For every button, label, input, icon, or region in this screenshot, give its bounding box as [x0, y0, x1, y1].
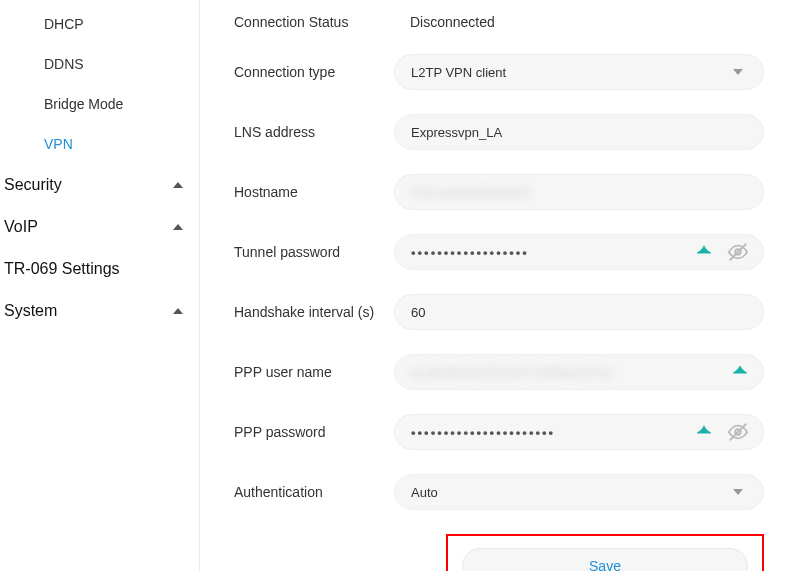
- select-connection-type[interactable]: L2TP VPN client: [394, 54, 764, 90]
- shield-icon: [731, 363, 749, 381]
- chevron-up-icon: [173, 224, 183, 230]
- shield-icon: [695, 423, 713, 441]
- chevron-up-icon: [173, 182, 183, 188]
- sidebar-group-label: TR-069 Settings: [4, 260, 120, 278]
- sidebar-item-bridge-mode[interactable]: Bridge Mode: [0, 84, 199, 124]
- sidebar-group-label: System: [4, 302, 57, 320]
- sidebar-item-ddns[interactable]: DDNS: [0, 44, 199, 84]
- label-connection-type: Connection type: [234, 64, 394, 80]
- chevron-down-icon: [733, 489, 743, 495]
- label-lns-address: LNS address: [234, 124, 394, 140]
- main-form: Connection Status Disconnected Connectio…: [200, 0, 800, 571]
- select-authentication[interactable]: Auto: [394, 474, 764, 510]
- input-value: 60: [411, 305, 425, 320]
- sidebar-item-label: VPN: [44, 136, 73, 152]
- label-authentication: Authentication: [234, 484, 394, 500]
- sidebar-item-label: Bridge Mode: [44, 96, 123, 112]
- input-value: ••••••••••••••••••: [411, 245, 529, 260]
- sidebar: DHCP DDNS Bridge Mode VPN Security VoIP …: [0, 0, 200, 571]
- sidebar-group-tr069[interactable]: TR-069 Settings: [0, 248, 199, 290]
- row-hostname: Hostname XxConnectNetwork: [234, 174, 764, 210]
- row-lns-address: LNS address Expressvpn_LA: [234, 114, 764, 150]
- input-value: ••••••••••••••••••••••: [411, 425, 555, 440]
- row-connection-status: Connection Status Disconnected: [234, 14, 764, 30]
- sidebar-group-label: VoIP: [4, 218, 38, 236]
- sidebar-item-label: DDNS: [44, 56, 84, 72]
- input-value: Expressvpn_LA: [411, 125, 502, 140]
- input-value: aLQH4kn0d7DinnP7s8RqmSTcx: [411, 365, 612, 380]
- sidebar-group-voip[interactable]: VoIP: [0, 206, 199, 248]
- sidebar-item-dhcp[interactable]: DHCP: [0, 4, 199, 44]
- save-area: Save: [234, 534, 764, 571]
- sidebar-item-vpn[interactable]: VPN: [0, 124, 199, 164]
- chevron-up-icon: [173, 308, 183, 314]
- input-lns-address[interactable]: Expressvpn_LA: [394, 114, 764, 150]
- label-handshake-interval: Handshake interval (s): [234, 304, 394, 320]
- field-endicons: [695, 241, 749, 263]
- row-ppp-password: PPP password ••••••••••••••••••••••: [234, 414, 764, 450]
- save-button[interactable]: Save: [462, 548, 748, 571]
- save-highlight-box: Save: [446, 534, 764, 571]
- label-ppp-password: PPP password: [234, 424, 394, 440]
- input-ppp-user[interactable]: aLQH4kn0d7DinnP7s8RqmSTcx: [394, 354, 764, 390]
- label-connection-status: Connection Status: [234, 14, 394, 30]
- eye-off-icon[interactable]: [727, 421, 749, 443]
- value-connection-status: Disconnected: [394, 14, 495, 30]
- select-value: Auto: [411, 485, 438, 500]
- shield-icon: [695, 243, 713, 261]
- field-endicons: [731, 363, 749, 381]
- row-handshake-interval: Handshake interval (s) 60: [234, 294, 764, 330]
- row-ppp-user: PPP user name aLQH4kn0d7DinnP7s8RqmSTcx: [234, 354, 764, 390]
- input-tunnel-password[interactable]: ••••••••••••••••••: [394, 234, 764, 270]
- input-ppp-password[interactable]: ••••••••••••••••••••••: [394, 414, 764, 450]
- field-endicons: [695, 421, 749, 443]
- label-hostname: Hostname: [234, 184, 394, 200]
- row-tunnel-password: Tunnel password ••••••••••••••••••: [234, 234, 764, 270]
- sidebar-item-label: DHCP: [44, 16, 84, 32]
- sidebar-group-security[interactable]: Security: [0, 164, 199, 206]
- save-button-label: Save: [589, 558, 621, 571]
- sidebar-group-label: Security: [4, 176, 62, 194]
- chevron-down-icon: [733, 69, 743, 75]
- input-hostname[interactable]: XxConnectNetwork: [394, 174, 764, 210]
- input-handshake-interval[interactable]: 60: [394, 294, 764, 330]
- select-value: L2TP VPN client: [411, 65, 506, 80]
- label-tunnel-password: Tunnel password: [234, 244, 394, 260]
- row-connection-type: Connection type L2TP VPN client: [234, 54, 764, 90]
- row-authentication: Authentication Auto: [234, 474, 764, 510]
- input-value: XxConnectNetwork: [411, 185, 530, 200]
- sidebar-group-system[interactable]: System: [0, 290, 199, 332]
- eye-off-icon[interactable]: [727, 241, 749, 263]
- label-ppp-user: PPP user name: [234, 364, 394, 380]
